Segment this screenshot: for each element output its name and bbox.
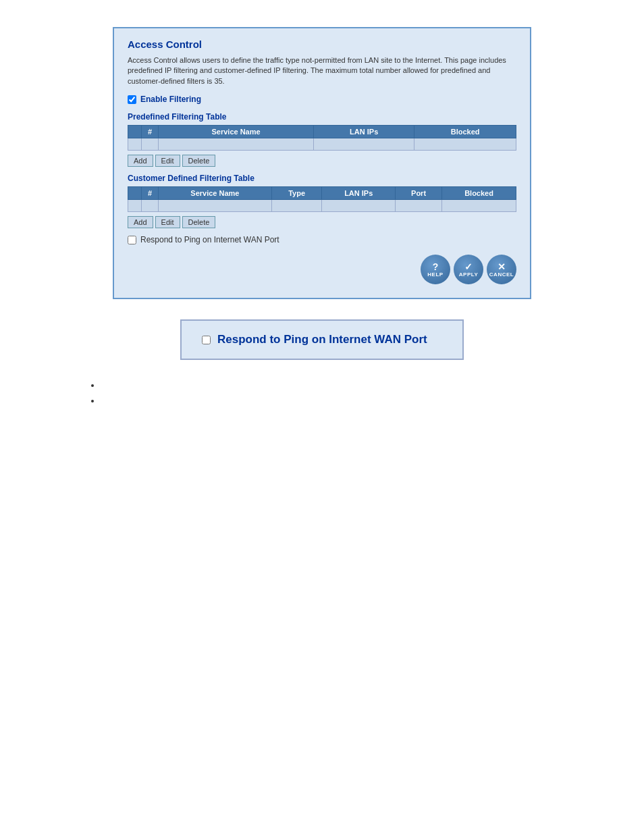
predefined-add-button[interactable]: Add [128,155,153,167]
zoomed-section: Respond to Ping on Internet WAN Port [180,319,464,360]
cancel-icon: ✕ [498,262,506,271]
predefined-filter-table: # Service Name LAN IPs Blocked [128,125,516,151]
panel-title: Access Control [128,38,516,50]
customer-col-blocked: Blocked [442,187,516,200]
predefined-empty-row [128,138,516,151]
zoomed-wan-ping-checkbox[interactable] [202,336,211,344]
predefined-col-lanips: LAN IPs [314,126,414,138]
cancel-button[interactable]: ✕ CANCEL [487,255,516,284]
customer-col-check [128,187,142,200]
help-icon: ? [433,262,439,271]
bullet-list [101,380,624,406]
customer-col-lanips: LAN IPs [322,187,396,200]
cancel-button-label: CANCEL [489,271,514,278]
customer-section-title: Customer Defined Filtering Table [128,174,516,183]
customer-edit-button[interactable]: Edit [155,216,180,228]
enable-filtering-checkbox[interactable] [128,95,136,104]
wan-ping-row: Respond to Ping on Internet WAN Port [128,235,516,244]
wan-ping-checkbox[interactable] [128,236,136,244]
help-button-label: HELP [427,271,443,278]
customer-col-num: # [142,187,159,200]
customer-col-port: Port [396,187,442,200]
customer-filter-table: # Service Name Type LAN IPs Port Blocked [128,186,516,212]
panel-description: Access Control allows users to define th… [128,55,516,86]
predefined-col-num: # [142,126,159,138]
predefined-col-service: Service Name [159,126,314,138]
customer-table-buttons: Add Edit Delete [128,216,516,228]
predefined-section-title: Predefined Filtering Table [128,112,516,122]
predefined-delete-button[interactable]: Delete [182,155,216,167]
help-button[interactable]: ? HELP [421,255,450,284]
bullet-item-2 [101,396,624,406]
enable-filtering-label: Enable Filtering [140,95,201,104]
apply-icon: ✓ [464,262,473,271]
predefined-table-buttons: Add Edit Delete [128,155,516,167]
customer-col-service: Service Name [159,187,272,200]
page-wrapper: Access Control Access Control allows use… [0,0,644,425]
action-buttons: ? HELP ✓ APPLY ✕ CANCEL [128,255,516,284]
apply-button-label: APPLY [459,271,478,278]
customer-add-button[interactable]: Add [128,216,153,228]
customer-col-type: Type [271,187,322,200]
access-control-panel: Access Control Access Control allows use… [113,27,531,299]
predefined-edit-button[interactable]: Edit [155,155,180,167]
bullet-item-1 [101,380,624,390]
apply-button[interactable]: ✓ APPLY [454,255,483,284]
predefined-col-check [128,126,142,138]
enable-filtering-row: Enable Filtering [128,95,516,104]
customer-delete-button[interactable]: Delete [182,216,216,228]
predefined-col-blocked: Blocked [414,126,516,138]
wan-ping-label: Respond to Ping on Internet WAN Port [140,235,279,244]
customer-empty-row [128,200,516,212]
zoomed-wan-ping-label: Respond to Ping on Internet WAN Port [217,333,427,346]
